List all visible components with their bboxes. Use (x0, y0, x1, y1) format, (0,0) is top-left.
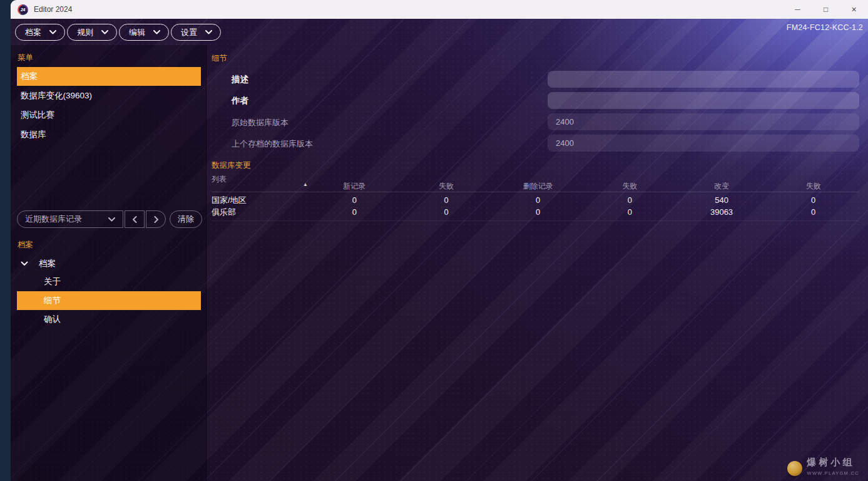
sidebar-item-label: 数据库变化(39603) (21, 90, 92, 101)
toolbar: 档案 规则 编辑 设置 (15, 24, 221, 41)
cell-value: 0 (584, 195, 676, 205)
row-name: 国家/地区 (212, 195, 309, 206)
column-header-list[interactable]: 列表 (212, 174, 227, 185)
watermark: 爆树小组 WWW.PLAYGM.CC (787, 456, 859, 476)
cell-value: 0 (492, 195, 584, 205)
chevron-left-icon (133, 216, 137, 223)
sidebar-item-label: 档案 (21, 71, 38, 82)
maximize-button[interactable]: □ (812, 0, 840, 19)
table-row-clubs[interactable]: 俱乐部 0 0 0 0 39063 0 (212, 206, 859, 218)
sidebar-item-test-match[interactable]: 测试比赛 (17, 106, 201, 125)
app-logo-text: 24 (19, 6, 27, 14)
titlebar: 24 Editor 2024 ─ □ × (11, 0, 868, 19)
database-version-label: FM24-FC12-KCC-1.2 (787, 23, 863, 32)
author-label: 作者 (232, 95, 248, 106)
details-section-header: 细节 (212, 53, 227, 64)
column-header-changed[interactable]: 改变 (676, 181, 768, 192)
sidebar-menu-header: 菜单 (18, 53, 33, 63)
menu-button-edit-label: 编辑 (129, 27, 145, 38)
author-input[interactable] (548, 92, 859, 109)
recent-db-records-dropdown[interactable]: 近期数据库记录 (17, 210, 123, 228)
menu-button-file[interactable]: 档案 (15, 24, 65, 41)
row-values: 0 0 0 0 39063 0 (309, 207, 859, 217)
cell-value: 0 (767, 195, 859, 205)
tree-node-details[interactable]: 细节 (17, 291, 201, 310)
cell-value: 39063 (676, 207, 768, 217)
desktop-edge-strip (0, 0, 11, 481)
db-changes-section-header: 数据库变更 (212, 160, 251, 171)
chevron-down-icon (153, 30, 160, 34)
table-row-nations[interactable]: 国家/地区 0 0 0 0 540 0 (212, 194, 859, 206)
close-button[interactable]: × (840, 0, 868, 19)
row-name: 俱乐部 (212, 207, 309, 218)
chevron-down-icon (49, 30, 56, 34)
last-save-db-version-label: 上个存档的数据库版本 (232, 138, 313, 150)
sidebar-item-file[interactable]: 档案 (17, 67, 201, 86)
tree-node-label: 档案 (39, 258, 56, 269)
table-header-row: 列表 ▲ 新记录 失败 删除记录 失败 改变 失败 (212, 173, 859, 192)
row-values: 0 0 0 0 540 0 (309, 195, 859, 205)
playgm-mascot-icon (787, 461, 802, 476)
description-label: 描述 (232, 74, 248, 85)
sidebar-menu-list: 档案 数据库变化(39603) 测试比赛 数据库 (17, 67, 201, 145)
menu-button-file-label: 档案 (25, 27, 41, 38)
tree-node-confirm[interactable]: 确认 (17, 310, 201, 329)
cell-value: 0 (584, 207, 676, 217)
cell-value: 0 (401, 195, 493, 205)
cell-value: 0 (309, 195, 401, 205)
column-header-deleted-records[interactable]: 删除记录 (492, 181, 584, 192)
menu-button-settings-label: 设置 (181, 27, 197, 38)
column-header-failed-1[interactable]: 失败 (401, 181, 493, 192)
last-save-db-version-field (548, 135, 859, 152)
chevron-down-icon (101, 30, 108, 34)
watermark-url: WWW.PLAYGM.CC (807, 470, 859, 476)
original-db-version-field (548, 113, 859, 130)
file-tree: 档案 关于 细节 确认 (17, 254, 201, 329)
recent-db-records-group: 近期数据库记录 (17, 210, 166, 228)
chevron-right-icon (154, 216, 158, 223)
column-header-new-records[interactable]: 新记录 (309, 181, 401, 192)
cell-value: 0 (492, 207, 584, 217)
tree-node-file[interactable]: 档案 (17, 254, 201, 273)
menu-button-settings[interactable]: 设置 (171, 24, 221, 41)
column-header-failed-2[interactable]: 失败 (584, 181, 676, 192)
clear-button[interactable]: 清除 (170, 210, 202, 228)
sidebar-item-database[interactable]: 数据库 (17, 125, 201, 144)
cell-value: 540 (676, 195, 768, 205)
table-body: 国家/地区 0 0 0 0 540 0 俱乐部 0 0 0 0 39063 0 (212, 192, 859, 221)
tree-node-label: 确认 (44, 314, 61, 325)
description-input[interactable] (548, 71, 859, 88)
window-title: Editor 2024 (34, 5, 72, 14)
cell-value: 0 (767, 207, 859, 217)
recent-db-records-label: 近期数据库记录 (25, 214, 82, 225)
sidebar-item-label: 测试比赛 (21, 110, 54, 121)
watermark-title: 爆树小组 (807, 457, 855, 468)
tree-node-about[interactable]: 关于 (17, 272, 201, 291)
history-back-button[interactable] (125, 210, 145, 228)
chevron-down-icon (205, 30, 212, 34)
cell-value: 0 (401, 207, 493, 217)
db-changes-table: 列表 ▲ 新记录 失败 删除记录 失败 改变 失败 国家/地区 0 0 0 0 … (212, 173, 859, 221)
original-db-version-label: 原始数据库版本 (232, 117, 288, 128)
minimize-button[interactable]: ─ (784, 0, 812, 19)
chevron-down-icon (108, 217, 115, 222)
sidebar-item-database-changes[interactable]: 数据库变化(39603) (17, 86, 201, 105)
sidebar-item-label: 数据库 (21, 129, 46, 140)
sort-ascending-icon[interactable]: ▲ (303, 182, 308, 187)
cell-value: 0 (309, 207, 401, 217)
chevron-down-icon[interactable] (21, 261, 39, 266)
tree-node-label: 细节 (44, 295, 61, 306)
clear-button-label: 清除 (178, 214, 194, 225)
app-logo-icon: 24 (18, 4, 28, 15)
table-column-headers: 新记录 失败 删除记录 失败 改变 失败 (309, 181, 859, 192)
menu-button-rules[interactable]: 规则 (67, 24, 117, 41)
column-header-failed-3[interactable]: 失败 (767, 181, 859, 192)
menu-button-edit[interactable]: 编辑 (119, 24, 169, 41)
history-forward-button[interactable] (146, 210, 166, 228)
tree-node-label: 关于 (44, 276, 61, 287)
sidebar-file-header: 档案 (18, 240, 33, 251)
menu-button-rules-label: 规则 (77, 27, 93, 38)
window-controls: ─ □ × (784, 0, 868, 19)
watermark-text: 爆树小组 WWW.PLAYGM.CC (807, 457, 859, 476)
